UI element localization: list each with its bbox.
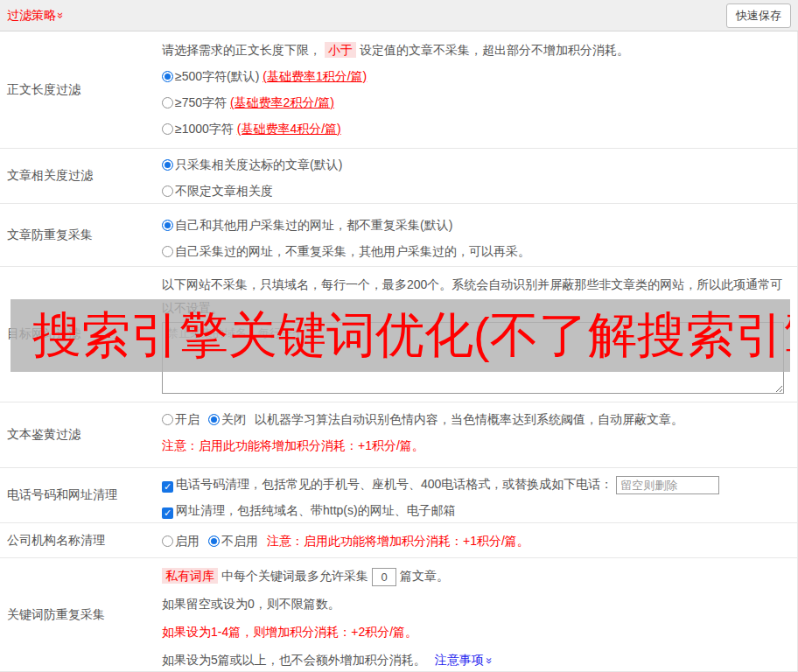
keyword-limit-line: 私有词库中每个关键词最多允许采集篇文章。 [162, 562, 797, 590]
row-keyword-dedup: 关键词防重复采集 私有词库中每个关键词最多允许采集篇文章。 如果留空或设为0，则… [0, 558, 798, 672]
keyword-note-over5: 如果设为5篇或以上，也不会额外增加积分消耗。注意事项» [162, 646, 797, 672]
page-title[interactable]: 过滤策略» [7, 8, 64, 24]
radio-option-porn-off[interactable]: 关闭 [208, 412, 246, 426]
notice-link[interactable]: 注意事项» [435, 653, 492, 667]
less-than-tag: 小于 [325, 42, 356, 58]
checkbox-option-url-clean[interactable]: ✓网址清理，包括纯域名、带http(s)的网址、电子邮箱 [162, 497, 797, 523]
company-clean-warning: 注意：启用此功能将增加积分消耗：+1积分/篇。 [267, 534, 529, 548]
row-dedup-filter: 文章防重复采集 自己和其他用户采集过的网址，都不重复采集(默认) 自己采集过的网… [0, 204, 798, 267]
radio-icon[interactable] [162, 246, 173, 257]
radio-icon[interactable] [162, 536, 173, 547]
porn-filter-description: 以机器学习算法自动识别色情内容，当色情概率达到系统阈值，自动屏蔽文章。 [255, 412, 683, 426]
radio-icon[interactable] [162, 97, 173, 108]
toolbar: 过滤策略» 快速保存 [0, 0, 798, 32]
row-label-relevance: 文章相关度过滤 [0, 149, 162, 203]
row-relevance-filter: 文章相关度过滤 只采集相关度达标的文章(默认) 不限定文章相关度 [0, 149, 798, 204]
radio-icon[interactable] [208, 536, 220, 547]
radio-icon[interactable] [162, 123, 173, 135]
radio-option-dedup-self[interactable]: 自己采集过的网址，不重复采集，其他用户采集过的，可以再采。 [162, 238, 797, 264]
row-label-dedup: 文章防重复采集 [0, 204, 162, 266]
fee-note: (基础费率2积分/篇) [230, 95, 334, 109]
keyword-note-fee: 如果设为1-4篇，则增加积分消耗：+2积分/篇。 [162, 618, 797, 646]
radio-option-porn-on[interactable]: 开启 [162, 412, 200, 426]
checkbox-option-phone-clean[interactable]: ✓电话号码清理，包括常见的手机号、座机号、400电话格式，或替换成如下电话： [162, 471, 797, 497]
quick-save-button[interactable]: 快速保存 [726, 4, 791, 28]
row-porn-filter: 文本鉴黄过滤 开启关闭以机器学习算法自动识别色情内容，当色情概率达到系统阈值，自… [0, 402, 798, 468]
radio-option-relevance-only[interactable]: 只采集相关度达标的文章(默认) [162, 151, 797, 178]
row-body-length-filter: 正文长度过滤 请选择需求的正文长度下限，小于设定值的文章不采集，超出部分不增加积… [0, 32, 798, 149]
radio-icon[interactable] [162, 159, 173, 171]
radio-option-500[interactable]: ≥500字符(默认) (基础费率1积分/篇) [162, 63, 797, 89]
keyword-note-unlimited: 如果留空或设为0，则不限篇数。 [162, 590, 797, 618]
chevron-down-icon: » [474, 657, 502, 663]
keyword-limit-input[interactable] [372, 568, 396, 586]
radio-option-company-off[interactable]: 不启用 [208, 534, 258, 548]
row-phone-url-clean: 电话号码和网址清理 ✓电话号码清理，包括常见的手机号、座机号、400电话格式，或… [0, 468, 798, 523]
fee-note: (基础费率4积分/篇) [237, 122, 341, 136]
watermark-text: 搜索引擎关键词优化(不了解搜索引擎优化关 [10, 303, 790, 369]
radio-option-relevance-any[interactable]: 不限定文章相关度 [162, 178, 797, 204]
body-length-intro: 请选择需求的正文长度下限，小于设定值的文章不采集，超出部分不增加积分消耗。 [162, 37, 797, 63]
radio-icon[interactable] [162, 186, 173, 197]
watermark-overlay: 搜索引擎关键词优化(不了解搜索引擎优化关 [10, 299, 790, 372]
row-label-porn-filter: 文本鉴黄过滤 [0, 402, 162, 467]
page-title-text: 过滤策略 [7, 8, 56, 22]
radio-icon[interactable] [162, 220, 173, 231]
row-label-keyword-dedup: 关键词防重复采集 [0, 558, 162, 671]
porn-filter-warning: 注意：启用此功能将增加积分消耗：+1积分/篇。 [162, 432, 797, 458]
checkbox-checked-icon[interactable]: ✓ [162, 508, 173, 519]
row-label-body-length: 正文长度过滤 [0, 32, 162, 148]
radio-option-1000[interactable]: ≥1000字符 (基础费率4积分/篇) [162, 116, 797, 142]
radio-icon[interactable] [208, 414, 220, 425]
fee-note: (基础费率1积分/篇) [262, 69, 367, 83]
radio-option-dedup-all[interactable]: 自己和其他用户采集过的网址，都不重复采集(默认) [162, 212, 797, 238]
radio-icon[interactable] [162, 71, 173, 82]
checkbox-checked-icon[interactable]: ✓ [162, 481, 173, 493]
row-label-company-clean: 公司机构名称清理 [0, 523, 162, 557]
chevron-down-icon: » [54, 11, 67, 18]
row-label-phone-url: 电话号码和网址清理 [0, 468, 162, 522]
radio-option-company-on[interactable]: 启用 [162, 534, 200, 548]
radio-icon[interactable] [162, 414, 173, 425]
row-company-clean: 公司机构名称清理 启用不启用注意：启用此功能将增加积分消耗：+1积分/篇。 [0, 523, 798, 558]
private-lexicon-tag: 私有词库 [162, 568, 218, 584]
radio-option-750[interactable]: ≥750字符 (基础费率2积分/篇) [162, 89, 797, 116]
replacement-phone-input[interactable] [616, 476, 719, 494]
